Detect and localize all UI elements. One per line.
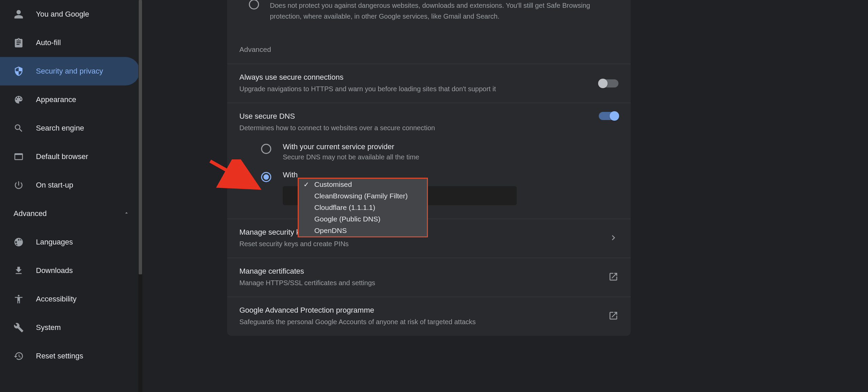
open-external-icon <box>608 272 618 283</box>
search-icon <box>14 123 24 133</box>
sidebar-label: Default browser <box>36 152 88 161</box>
manage-security-keys-row[interactable]: Manage security keys Reset security keys… <box>227 219 631 258</box>
sidebar-item-you-and-google[interactable]: You and Google <box>0 0 140 28</box>
chevron-up-icon <box>123 209 130 218</box>
sidebar-label: Accessibility <box>36 295 77 303</box>
wrench-icon <box>14 322 24 333</box>
sidebar-item-search-engine[interactable]: Search engine <box>0 114 140 142</box>
sidebar-item-autofill[interactable]: Auto-fill <box>0 28 140 57</box>
link-title: Google Advanced Protection programme <box>239 306 476 315</box>
shield-icon <box>14 66 24 76</box>
setting-title: Use secure DNS <box>239 112 435 121</box>
radio-subtitle: Secure DNS may not be available all the … <box>283 153 419 161</box>
dns-option-current-provider[interactable]: With your current service provider Secur… <box>239 142 618 161</box>
secure-dns-toggle[interactable] <box>599 112 618 120</box>
setting-subtitle: Upgrade navigations to HTTPS and warn yo… <box>239 84 496 94</box>
radio-button[interactable] <box>261 172 271 182</box>
power-icon <box>14 180 24 190</box>
setting-subtitle: Determines how to connect to websites ov… <box>239 123 435 133</box>
radio-button[interactable] <box>261 144 271 154</box>
link-subtitle: Reset security keys and create PINs <box>239 239 349 249</box>
dropdown-option-google[interactable]: Google (Public DNS) <box>299 213 427 225</box>
main-content: Does not protect you against dangerous w… <box>142 0 868 392</box>
open-external-icon <box>608 311 618 322</box>
sidebar-label: System <box>36 323 61 332</box>
secure-dns-block: Use secure DNS Determines how to connect… <box>227 103 631 219</box>
settings-card: Does not protect you against dangerous w… <box>227 0 631 336</box>
advanced-label: Advanced <box>14 209 47 218</box>
link-title: Manage certificates <box>239 267 375 276</box>
palette-icon <box>14 95 24 105</box>
sidebar-label: You and Google <box>36 10 89 19</box>
no-protection-description: Does not protect you against dangerous w… <box>227 0 631 32</box>
sidebar-label: Reset settings <box>36 352 83 360</box>
dns-option-with-custom[interactable]: With <box>239 171 618 179</box>
sidebar-advanced-toggle[interactable]: Advanced <box>0 199 142 228</box>
sidebar-item-accessibility[interactable]: Accessibility <box>0 285 140 313</box>
dropdown-option-customised[interactable]: Customised <box>299 179 427 190</box>
manage-certificates-row[interactable]: Manage certificates Manage HTTPS/SSL cer… <box>227 258 631 297</box>
radio-title: With your current service provider <box>283 142 419 151</box>
advanced-section-header: Advanced <box>227 32 631 64</box>
sidebar-scroll[interactable]: You and Google Auto-fill Security and pr… <box>0 0 142 392</box>
sidebar-item-security[interactable]: Security and privacy <box>0 57 140 85</box>
sidebar-scrollbar[interactable] <box>138 0 142 392</box>
person-icon <box>14 9 24 19</box>
sidebar-item-default-browser[interactable]: Default browser <box>0 142 140 171</box>
clipboard-icon <box>14 38 24 48</box>
setting-title: Always use secure connections <box>239 73 496 82</box>
window-icon <box>14 152 24 162</box>
download-icon <box>14 266 24 276</box>
sidebar-label: Security and privacy <box>36 67 103 76</box>
link-subtitle: Safeguards the personal Google Accounts … <box>239 317 476 327</box>
toggle-knob <box>610 111 619 121</box>
sidebar-label: Search engine <box>36 124 84 133</box>
sidebar-label: Languages <box>36 238 73 247</box>
sidebar-item-reset-settings[interactable]: Reset settings <box>0 342 140 370</box>
settings-sidebar: You and Google Auto-fill Security and pr… <box>0 0 142 392</box>
sidebar-label: Appearance <box>36 95 76 104</box>
dropdown-option-cloudflare[interactable]: Cloudflare (1.1.1.1) <box>299 202 427 213</box>
toggle-knob <box>598 79 608 88</box>
dropdown-option-opendns[interactable]: OpenDNS <box>299 225 427 236</box>
sidebar-item-languages[interactable]: Languages <box>0 228 140 256</box>
dns-provider-dropdown[interactable]: Customised CleanBrowsing (Family Filter)… <box>298 178 428 237</box>
accessibility-icon <box>14 294 24 304</box>
advanced-protection-row[interactable]: Google Advanced Protection programme Saf… <box>227 297 631 336</box>
sidebar-label: Downloads <box>36 266 73 275</box>
restore-icon <box>14 351 24 361</box>
sidebar-label: Auto-fill <box>36 38 61 47</box>
chevron-right-icon <box>608 233 618 244</box>
link-subtitle: Manage HTTPS/SSL certificates and settin… <box>239 278 375 288</box>
always-secure-connections-row: Always use secure connections Upgrade na… <box>227 64 631 103</box>
radio-title: With <box>283 171 298 179</box>
sidebar-item-downloads[interactable]: Downloads <box>0 256 140 285</box>
dropdown-option-cleanbrowsing[interactable]: CleanBrowsing (Family Filter) <box>299 190 427 202</box>
sidebar-label: On start-up <box>36 181 73 190</box>
sidebar-item-system[interactable]: System <box>0 313 140 342</box>
scrollbar-thumb[interactable] <box>139 0 142 274</box>
sidebar-item-appearance[interactable]: Appearance <box>0 85 140 114</box>
secure-connections-toggle[interactable] <box>599 79 618 87</box>
sidebar-item-on-startup[interactable]: On start-up <box>0 171 140 199</box>
globe-icon <box>14 237 24 247</box>
